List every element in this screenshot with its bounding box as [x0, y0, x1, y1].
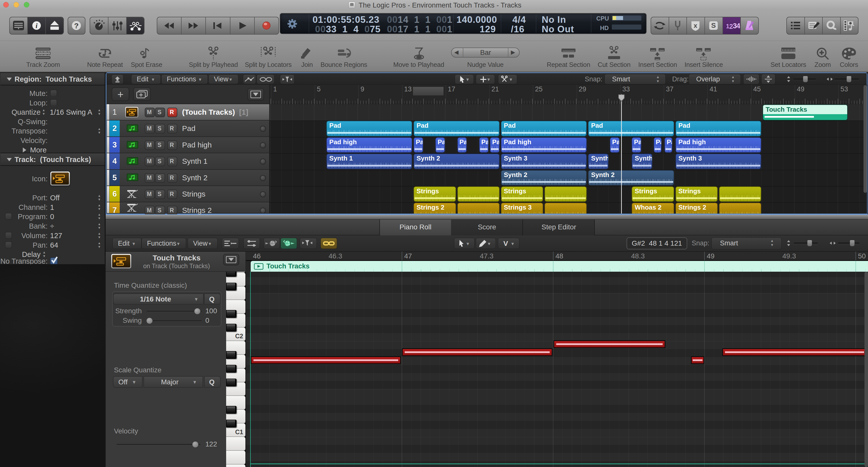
svg-text:S: S	[711, 22, 716, 29]
svg-text:2: 2	[729, 23, 733, 30]
svg-text:x: x	[694, 22, 698, 29]
svg-text:i: i	[36, 22, 37, 30]
svg-text:1: 1	[726, 23, 729, 30]
svg-text:4: 4	[736, 22, 740, 30]
svg-text:V: V	[503, 240, 508, 247]
svg-text:?: ?	[74, 22, 79, 30]
